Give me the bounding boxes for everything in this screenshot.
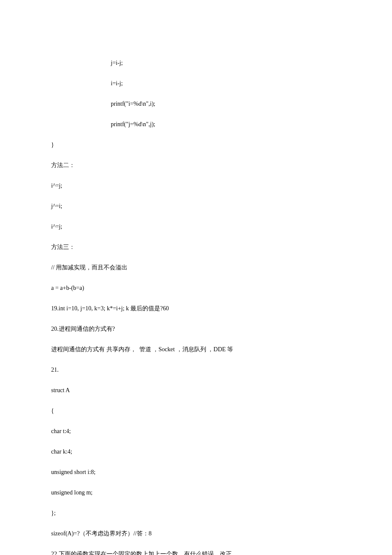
code-line: { [51,406,341,416]
code-line: printf("j=%d\n",j); [51,119,341,130]
text-line: 21. [51,365,341,375]
code-line: a = a+b-(b=a) [51,283,341,293]
text-line: 20.进程间通信的方式有? [51,324,341,334]
text-line: 19.int i=10, j=10, k=3; k*=i+j; k 最后的值是?… [51,304,341,314]
code-line: char k:4; [51,447,341,457]
code-line: unsigned long m; [51,488,341,498]
code-line: j=i-j; [51,58,341,68]
text-line: 22.下面的函数实现在一个固定的数上加上一个数，有什么错误，改正 [51,549,341,555]
text-line: 方法三： [51,242,341,252]
code-line: struct A [51,385,341,396]
code-line: unsigned short i:8; [51,467,341,477]
text-line: 方法二： [51,160,341,171]
text-line: 进程间通信的方式有 共享内存， 管道 ，Socket ，消息队列 ，DDE 等 [51,344,341,355]
code-line: } [51,140,341,150]
text-line: // 用加减实现，而且不会溢出 [51,263,341,273]
code-line: j^=i; [51,201,341,211]
code-line: }; [51,508,341,518]
document-page: j=i-j; i=i-j; printf("i=%d\n",i); printf… [0,0,392,555]
code-line: i^=j; [51,222,341,232]
text-line: sizeof(A)=?（不考虑边界对齐）//答：8 [51,529,341,539]
code-line: i=i-j; [51,78,341,89]
code-line: printf("i=%d\n",i); [51,99,341,109]
code-line: char t:4; [51,426,341,436]
code-line: i^=j; [51,181,341,191]
